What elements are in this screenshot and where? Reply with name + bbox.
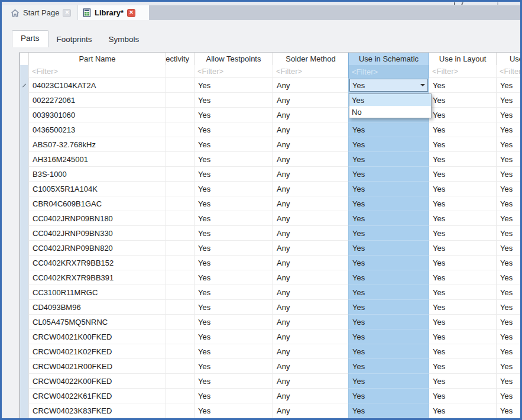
cell-part[interactable]: 0436500213	[28, 122, 166, 137]
cell-solder[interactable]: Any	[273, 167, 348, 182]
cell-ectivity[interactable]	[166, 93, 194, 108]
cell-schematic[interactable]: Yes	[348, 226, 429, 241]
cell-solder[interactable]: Any	[273, 241, 348, 256]
cell-part[interactable]: CC0402KRX7R9BB391	[28, 270, 166, 285]
cell-use_more[interactable]: Yes	[496, 241, 520, 256]
cell-testpoints[interactable]: Yes	[194, 359, 273, 374]
cell-use_more[interactable]: Yes	[496, 359, 520, 374]
cell-use_more[interactable]: Yes	[496, 122, 520, 137]
cell-layout[interactable]: Yes	[429, 329, 496, 344]
cell-part[interactable]: ABS07-32.768kHz	[28, 137, 166, 152]
cell-part[interactable]: 0022272061	[28, 93, 166, 108]
cell-testpoints[interactable]: Yes	[194, 315, 273, 329]
cell-ectivity[interactable]	[166, 122, 194, 137]
chevron-down-icon[interactable]	[420, 84, 425, 86]
column-header-use_more[interactable]: Use	[496, 53, 520, 65]
cell-layout[interactable]: Yes	[429, 241, 496, 256]
column-header-solder[interactable]: Solder Method	[273, 53, 348, 65]
cell-schematic[interactable]: Yes	[348, 137, 429, 152]
cell-part[interactable]: CC0402JRNP09BN820	[28, 241, 166, 256]
cell-layout[interactable]: Yes	[429, 108, 496, 122]
cell-layout[interactable]: Yes	[429, 93, 496, 108]
cell-part[interactable]: B3S-1000	[28, 167, 166, 182]
cell-schematic[interactable]: Yes	[348, 403, 429, 418]
cell-schematic[interactable]: Yes	[348, 359, 429, 374]
cell-part[interactable]: 0039301060	[28, 108, 166, 122]
cell-use_more[interactable]: Yes	[496, 329, 520, 344]
cell-testpoints[interactable]: Yes	[194, 344, 273, 359]
cell-solder[interactable]: Any	[273, 256, 348, 270]
cell-testpoints[interactable]: Yes	[194, 122, 273, 137]
row-selector[interactable]	[20, 182, 28, 196]
cell-use_more[interactable]: Yes	[496, 78, 520, 93]
cell-testpoints[interactable]: Yes	[194, 226, 273, 241]
column-header-part[interactable]: Part Name	[28, 53, 166, 65]
cell-solder[interactable]: Any	[273, 270, 348, 285]
cell-solder[interactable]: Any	[273, 78, 348, 93]
cell-part[interactable]: CC0402JRNP09BN180	[28, 211, 166, 226]
cell-schematic[interactable]: Yes	[348, 315, 429, 329]
cell-ectivity[interactable]	[166, 359, 194, 374]
cell-schematic[interactable]: Yes	[348, 256, 429, 270]
cell-testpoints[interactable]: Yes	[194, 211, 273, 226]
cell-part[interactable]: CRCW04021K00FKED	[28, 329, 166, 344]
cell-use_more[interactable]: Yes	[496, 226, 520, 241]
cell-schematic[interactable]: Yes	[348, 122, 429, 137]
cell-use_more[interactable]: Yes	[496, 256, 520, 270]
cell-solder[interactable]: Any	[273, 329, 348, 344]
cell-testpoints[interactable]: Yes	[194, 403, 273, 418]
cell-use_more[interactable]: Yes	[496, 374, 520, 389]
filter-part[interactable]: <Filter>	[28, 65, 166, 78]
cell-solder[interactable]: Any	[273, 403, 348, 418]
row-selector[interactable]	[20, 329, 28, 344]
cell-layout[interactable]: Yes	[429, 196, 496, 211]
cell-layout[interactable]: Yes	[429, 167, 496, 182]
cell-ectivity[interactable]	[166, 329, 194, 344]
dropdown-option-yes[interactable]: Yes	[349, 94, 431, 106]
dropdown-option-no[interactable]: No	[349, 106, 431, 118]
cell-layout[interactable]: Yes	[429, 300, 496, 315]
cell-testpoints[interactable]: Yes	[194, 196, 273, 211]
row-selector[interactable]	[20, 93, 28, 108]
cell-use_more[interactable]: Yes	[496, 285, 520, 300]
cell-part[interactable]: CL05A475MQ5NRNC	[28, 315, 166, 329]
cell-use_more[interactable]: Yes	[496, 211, 520, 226]
cell-solder[interactable]: Any	[273, 122, 348, 137]
cell-ectivity[interactable]	[166, 152, 194, 167]
cell-use_more[interactable]: Yes	[496, 167, 520, 182]
cell-ectivity[interactable]	[166, 270, 194, 285]
cell-schematic[interactable]: Yes	[348, 196, 429, 211]
cell-schematic[interactable]: Yes	[348, 300, 429, 315]
cell-testpoints[interactable]: Yes	[194, 329, 273, 344]
cell-solder[interactable]: Any	[273, 315, 348, 329]
row-selector[interactable]	[20, 241, 28, 256]
row-selector[interactable]	[20, 270, 28, 285]
cell-layout[interactable]: Yes	[429, 285, 496, 300]
cell-use_more[interactable]: Yes	[496, 137, 520, 152]
tab-parts[interactable]: Parts	[12, 30, 48, 47]
tab-symbols[interactable]: Symbols	[100, 32, 148, 47]
cell-solder[interactable]: Any	[273, 211, 348, 226]
cell-ectivity[interactable]	[166, 211, 194, 226]
row-selector[interactable]	[20, 211, 28, 226]
cell-use_more[interactable]: Yes	[496, 182, 520, 196]
filter-ectivity[interactable]	[166, 65, 194, 78]
row-selector[interactable]	[20, 167, 28, 182]
cell-schematic[interactable]: Yes	[348, 285, 429, 300]
cell-ectivity[interactable]	[166, 78, 194, 93]
row-selector[interactable]	[20, 403, 28, 418]
cell-part[interactable]: CD4093BM96	[28, 300, 166, 315]
cell-layout[interactable]: Yes	[429, 344, 496, 359]
cell-schematic[interactable]: Yes	[348, 152, 429, 167]
cell-solder[interactable]: Any	[273, 300, 348, 315]
cell-ectivity[interactable]	[166, 403, 194, 418]
column-header-ectivity[interactable]: ectivity	[166, 53, 194, 65]
cell-use_more[interactable]: Yes	[496, 300, 520, 315]
cell-part[interactable]: CRCW04023K83FKED	[28, 403, 166, 418]
cell-layout[interactable]: Yes	[429, 211, 496, 226]
cell-use_more[interactable]: Yes	[496, 270, 520, 285]
cell-ectivity[interactable]	[166, 300, 194, 315]
cell-ectivity[interactable]	[166, 167, 194, 182]
row-selector[interactable]	[20, 389, 28, 403]
cell-use_more[interactable]: Yes	[496, 344, 520, 359]
